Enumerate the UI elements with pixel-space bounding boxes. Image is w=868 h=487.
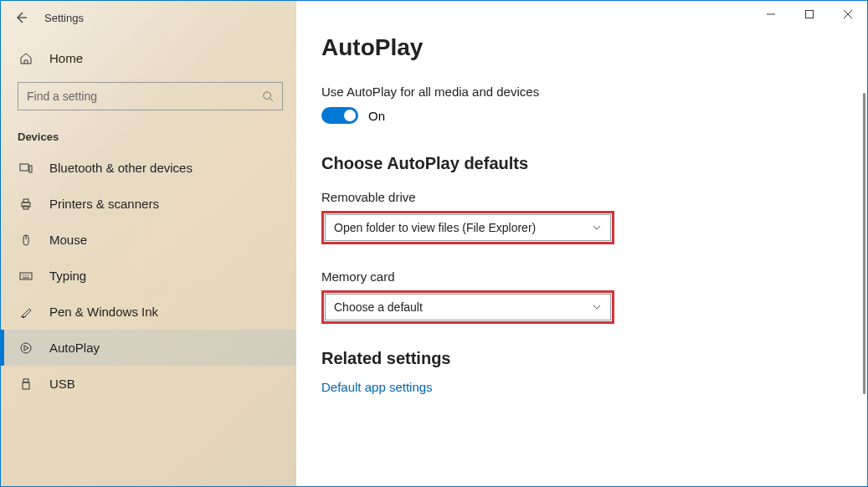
page-title: AutoPlay — [321, 34, 842, 61]
main-content: AutoPlay Use AutoPlay for all media and … — [296, 1, 867, 486]
devices-icon — [19, 161, 33, 175]
maximize-button[interactable] — [790, 1, 829, 28]
svg-point-8 — [21, 343, 31, 353]
sidebar-item-label: Typing — [49, 269, 86, 283]
sidebar-item-label: Bluetooth & other devices — [49, 161, 193, 175]
svg-rect-9 — [23, 379, 28, 382]
svg-rect-10 — [23, 382, 29, 389]
usb-icon — [19, 377, 33, 391]
keyboard-icon — [19, 269, 33, 283]
sidebar-item-label: AutoPlay — [49, 341, 100, 355]
sidebar-item-label: USB — [49, 377, 75, 391]
svg-rect-2 — [29, 166, 32, 172]
mouse-icon — [19, 233, 33, 247]
settings-sidebar: Settings Home Devices Bluetooth & other … — [1, 1, 296, 486]
memory-card-dropdown[interactable]: Choose a default — [325, 294, 611, 320]
sidebar-item-bluetooth[interactable]: Bluetooth & other devices — [1, 150, 296, 186]
sidebar-item-autoplay[interactable]: AutoPlay — [1, 330, 296, 366]
removable-drive-label: Removable drive — [321, 190, 842, 204]
svg-rect-11 — [806, 11, 814, 18]
toggle-description: Use AutoPlay for all media and devices — [321, 85, 842, 99]
window-controls — [752, 1, 867, 28]
sidebar-item-label: Pen & Windows Ink — [49, 305, 158, 319]
memory-card-dropdown-highlight: Choose a default — [321, 290, 614, 324]
pen-icon — [19, 305, 33, 319]
sidebar-item-label: Printers & scanners — [49, 197, 159, 211]
minimize-icon — [767, 10, 775, 18]
autoplay-toggle-row: On — [321, 107, 842, 124]
sidebar-item-pen[interactable]: Pen & Windows Ink — [1, 294, 296, 330]
chevron-down-icon — [592, 302, 602, 312]
default-app-settings-link[interactable]: Default app settings — [321, 380, 842, 394]
removable-drive-dropdown[interactable]: Open folder to view files (File Explorer… — [325, 214, 611, 241]
scrollbar[interactable] — [863, 93, 865, 394]
maximize-icon — [805, 10, 814, 18]
sidebar-item-mouse[interactable]: Mouse — [1, 222, 296, 258]
minimize-button[interactable] — [752, 1, 790, 28]
sidebar-item-printers[interactable]: Printers & scanners — [1, 186, 296, 222]
removable-drive-dropdown-highlight: Open folder to view files (File Explorer… — [321, 211, 614, 244]
chevron-down-icon — [592, 223, 602, 233]
toggle-state-label: On — [368, 109, 385, 123]
sidebar-item-typing[interactable]: Typing — [1, 258, 296, 294]
sidebar-item-label: Mouse — [49, 233, 87, 247]
autoplay-icon — [19, 341, 33, 355]
close-icon — [844, 10, 852, 18]
svg-rect-4 — [23, 199, 28, 202]
defaults-heading: Choose AutoPlay defaults — [321, 154, 842, 173]
close-button[interactable] — [829, 1, 867, 28]
removable-drive-value: Open folder to view files (File Explorer… — [334, 221, 536, 234]
memory-card-value: Choose a default — [334, 300, 423, 314]
memory-card-label: Memory card — [321, 269, 842, 284]
related-heading: Related settings — [321, 349, 842, 368]
sidebar-item-usb[interactable]: USB — [1, 366, 296, 402]
svg-rect-7 — [20, 273, 32, 279]
svg-rect-1 — [20, 164, 28, 171]
printer-icon — [19, 197, 33, 211]
autoplay-toggle[interactable] — [321, 107, 358, 124]
